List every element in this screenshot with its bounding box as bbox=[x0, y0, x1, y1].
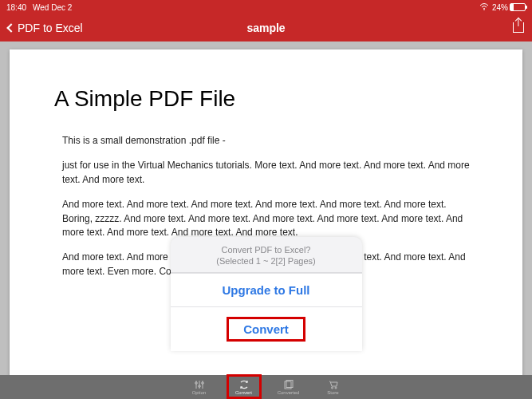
upgrade-label: Upgrade to Full bbox=[223, 283, 310, 297]
svg-point-10 bbox=[335, 387, 337, 389]
battery-indicator: 24% bbox=[492, 3, 526, 12]
sheet-header: Convert PDF to Excel? (Selected 1 ~ 2[2]… bbox=[171, 237, 362, 273]
battery-percent: 24% bbox=[492, 3, 508, 12]
status-bar: 18:40 Wed Dec 2 24% bbox=[0, 0, 532, 14]
status-date: Wed Dec 2 bbox=[33, 3, 72, 12]
sheet-question: Convert PDF to Excel? bbox=[177, 245, 356, 255]
sheet-selection: (Selected 1 ~ 2[2] Pages) bbox=[177, 256, 356, 266]
convert-action-sheet: Convert PDF to Excel? (Selected 1 ~ 2[2]… bbox=[171, 237, 362, 351]
tab-convert[interactable]: Convert bbox=[222, 375, 266, 399]
tab-label: Convert bbox=[235, 390, 252, 395]
tab-store[interactable]: Store bbox=[311, 375, 356, 399]
doc-title: A Simple PDF File bbox=[54, 86, 478, 112]
share-icon bbox=[513, 20, 524, 33]
svg-point-0 bbox=[483, 9, 485, 10]
chevron-left-icon bbox=[6, 23, 15, 32]
tab-converted[interactable]: Converted bbox=[266, 375, 311, 399]
refresh-icon bbox=[238, 380, 250, 389]
share-button[interactable] bbox=[513, 20, 524, 36]
document-viewport[interactable]: A Simple PDF File This is a small demons… bbox=[0, 41, 532, 375]
doc-paragraph: This is a small demonstration .pdf file … bbox=[54, 134, 478, 148]
upgrade-to-full-button[interactable]: Upgrade to Full bbox=[171, 273, 362, 306]
svg-point-9 bbox=[331, 387, 333, 389]
files-icon bbox=[283, 380, 294, 389]
doc-paragraph: just for use in the Virtual Mechanics tu… bbox=[54, 159, 478, 187]
convert-button[interactable]: Convert bbox=[171, 306, 362, 351]
nav-bar: PDF to Excel sample bbox=[0, 14, 532, 41]
tab-label: Converted bbox=[278, 390, 300, 395]
convert-label: Convert bbox=[243, 322, 289, 336]
back-button[interactable]: PDF to Excel bbox=[8, 22, 83, 34]
wifi-icon bbox=[479, 3, 489, 12]
sliders-icon bbox=[194, 380, 205, 389]
cart-icon bbox=[328, 380, 339, 389]
tab-label: Option bbox=[192, 390, 207, 395]
status-time: 18:40 bbox=[6, 3, 26, 12]
bottom-tab-bar: Option Convert Converted Store bbox=[0, 375, 532, 399]
tab-option[interactable]: Option bbox=[177, 375, 222, 399]
convert-highlight: Convert bbox=[227, 317, 305, 342]
tab-label: Store bbox=[327, 390, 338, 395]
back-label: PDF to Excel bbox=[18, 22, 83, 34]
doc-paragraph: And more text. And more text. And more t… bbox=[54, 198, 478, 239]
